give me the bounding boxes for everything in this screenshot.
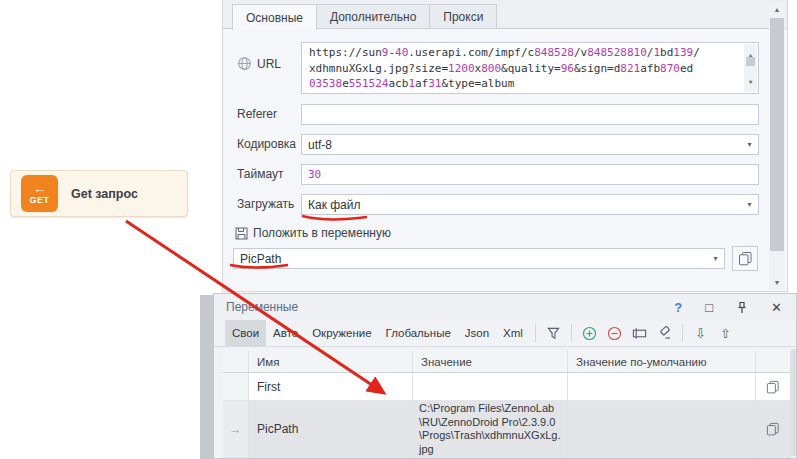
rename-variable-button[interactable] bbox=[627, 322, 652, 344]
copy-variable-button[interactable] bbox=[732, 246, 758, 271]
url-field-label: URL bbox=[237, 56, 281, 71]
panel-scrollbar[interactable]: ▲ ▼ bbox=[769, 1, 785, 290]
add-variable-button[interactable] bbox=[577, 322, 602, 344]
left-arrow-icon: ← bbox=[33, 182, 46, 195]
tab-xml[interactable]: Xml bbox=[496, 320, 530, 347]
get-request-action-block[interactable]: ← GET Get запрос bbox=[10, 170, 188, 217]
scroll-up-icon[interactable]: ▲ bbox=[769, 2, 785, 16]
table-scrollbar[interactable] bbox=[791, 349, 796, 456]
download-mode-combobox[interactable]: Как файл ▾ bbox=[301, 194, 759, 215]
column-header-name[interactable]: Имя bbox=[249, 351, 413, 373]
row-selector-current[interactable]: → bbox=[223, 401, 249, 458]
encoding-value: utf-8 bbox=[308, 138, 332, 152]
copy-icon bbox=[766, 422, 780, 436]
put-to-variable-text: Положить в переменную bbox=[253, 226, 391, 240]
copy-icon bbox=[766, 380, 780, 394]
referer-input[interactable] bbox=[301, 104, 759, 125]
url-scrollbar[interactable]: ▲ ▼ bbox=[744, 44, 757, 92]
chevron-down-icon[interactable]: ▾ bbox=[742, 136, 757, 153]
timeout-input[interactable]: 30 bbox=[301, 164, 759, 185]
get-block-label: Get запрос bbox=[71, 187, 138, 201]
tab-environment-variables[interactable]: Окружение bbox=[305, 320, 378, 347]
toolbar-separator bbox=[682, 324, 683, 342]
get-request-icon: ← GET bbox=[21, 175, 58, 212]
variable-value: PicPath bbox=[240, 252, 281, 266]
eraser-icon bbox=[657, 326, 672, 340]
download-mode-label: Загружать bbox=[237, 197, 294, 211]
column-header-default[interactable]: Значение по-умолчанию bbox=[568, 351, 756, 373]
scroll-down-icon[interactable]: ▼ bbox=[769, 275, 785, 289]
toolbar-separator bbox=[571, 324, 572, 342]
minus-circle-icon bbox=[607, 326, 622, 341]
chevron-down-icon[interactable]: ▾ bbox=[742, 196, 757, 213]
get-icon-label: GET bbox=[29, 195, 49, 205]
save-icon bbox=[235, 227, 248, 240]
settings-tabs: Основные Дополнительно Прокси bbox=[232, 4, 497, 29]
variable-default-cell[interactable] bbox=[568, 401, 756, 458]
variables-panel-header: Переменные ? □ ✕ bbox=[214, 294, 796, 320]
close-icon[interactable]: ✕ bbox=[771, 300, 782, 315]
screenshot-root: ← GET Get запрос Основные Дополнительно … bbox=[0, 0, 797, 459]
variables-panel: Переменные ? □ ✕ Свои Авто Окружение Гло… bbox=[213, 293, 797, 459]
column-header-actions bbox=[756, 351, 791, 373]
encoding-combobox[interactable]: utf-8 ▾ bbox=[301, 134, 759, 155]
variable-combobox[interactable]: PicPath ▾ bbox=[233, 248, 725, 269]
scroll-down-icon[interactable]: ▼ bbox=[749, 74, 753, 90]
url-line: https://sun9-40.userapi.com/impf/c848528… bbox=[309, 45, 740, 61]
current-row-arrow-icon: → bbox=[230, 422, 242, 436]
help-icon[interactable]: ? bbox=[674, 300, 682, 315]
settings-form: URL https://sun9-40.userapi.com/impf/c84… bbox=[223, 28, 787, 291]
timeout-label: Таймаут bbox=[237, 167, 283, 181]
globe-www-icon bbox=[237, 56, 252, 71]
http-request-settings-panel: Основные Дополнительно Прокси URL https:… bbox=[222, 0, 788, 292]
column-header-value[interactable]: Значение bbox=[413, 351, 568, 373]
referer-label: Referer bbox=[237, 107, 277, 121]
move-up-button[interactable]: ⇧ bbox=[713, 322, 738, 344]
maximize-icon[interactable]: □ bbox=[705, 300, 713, 315]
url-label-text: URL bbox=[257, 57, 281, 71]
tab-main[interactable]: Основные bbox=[232, 4, 317, 30]
move-down-button[interactable]: ⇩ bbox=[688, 322, 713, 344]
variable-value-cell[interactable]: C:\Program Files\ZennoLab\RU\ZennoDroid … bbox=[413, 401, 568, 458]
scroll-thumb[interactable] bbox=[770, 18, 784, 251]
rename-box-icon bbox=[632, 327, 647, 340]
remove-variable-button[interactable] bbox=[602, 322, 627, 344]
variable-name-cell[interactable]: PicPath bbox=[249, 401, 413, 458]
filter-funnel-icon bbox=[547, 327, 560, 340]
url-line: xdhmnuXGxLg.jpg?size=1200x800&quality=96… bbox=[309, 61, 740, 77]
tab-json[interactable]: Json bbox=[458, 320, 496, 347]
pin-icon[interactable] bbox=[736, 301, 748, 314]
copy-row-button[interactable] bbox=[756, 373, 791, 401]
copy-icon bbox=[738, 251, 753, 266]
url-line: 03538e551524acb1af31&type=album bbox=[309, 76, 740, 92]
tab-global-variables[interactable]: Глобальные bbox=[379, 320, 458, 347]
arrow-up-icon: ⇧ bbox=[720, 326, 731, 341]
tab-additional[interactable]: Дополнительно bbox=[317, 4, 430, 29]
panel-window-controls: ? □ ✕ bbox=[674, 300, 782, 315]
variables-table: Имя Значение Значение по-умолчанию First… bbox=[223, 351, 791, 458]
timeout-value: 30 bbox=[308, 168, 321, 181]
clear-variables-button[interactable] bbox=[652, 322, 677, 344]
encoding-label: Кодировка bbox=[237, 137, 296, 151]
copy-row-button[interactable] bbox=[756, 401, 791, 458]
tab-auto-variables[interactable]: Авто bbox=[266, 320, 305, 347]
row-selector-header bbox=[223, 351, 249, 373]
variables-panel-title: Переменные bbox=[226, 300, 674, 314]
variables-tabs-toolbar: Свои Авто Окружение Глобальные Json Xml bbox=[214, 320, 796, 347]
url-textarea[interactable]: https://sun9-40.userapi.com/impf/c848528… bbox=[301, 42, 759, 94]
plus-circle-icon bbox=[582, 326, 597, 341]
chevron-down-icon[interactable]: ▾ bbox=[708, 250, 723, 267]
download-mode-value: Как файл bbox=[308, 198, 361, 212]
row-selector[interactable] bbox=[223, 373, 249, 401]
variable-name-cell[interactable]: First bbox=[249, 373, 413, 401]
put-to-variable-label: Положить в переменную bbox=[235, 226, 391, 240]
tab-own-variables[interactable]: Свои bbox=[225, 320, 266, 347]
variable-value-cell[interactable] bbox=[413, 373, 568, 401]
arrow-down-icon: ⇩ bbox=[695, 326, 706, 341]
variable-default-cell[interactable] bbox=[568, 373, 756, 401]
filter-button[interactable] bbox=[541, 322, 566, 344]
tab-proxy[interactable]: Прокси bbox=[430, 4, 497, 29]
background-window-edge bbox=[200, 295, 213, 459]
scroll-thumb[interactable] bbox=[746, 57, 755, 66]
toolbar-separator bbox=[535, 324, 536, 342]
